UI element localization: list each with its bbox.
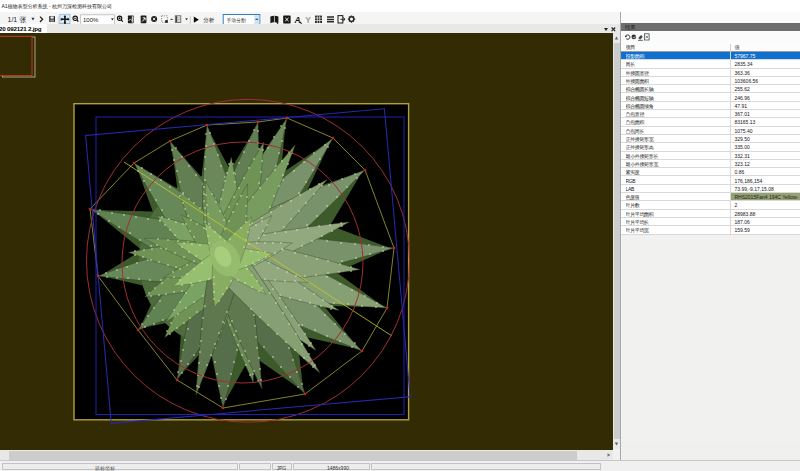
svg-text:100%: 100%: [83, 17, 99, 23]
svg-text:分析: 分析: [203, 17, 215, 23]
svg-text:手动分割: 手动分割: [227, 17, 246, 24]
